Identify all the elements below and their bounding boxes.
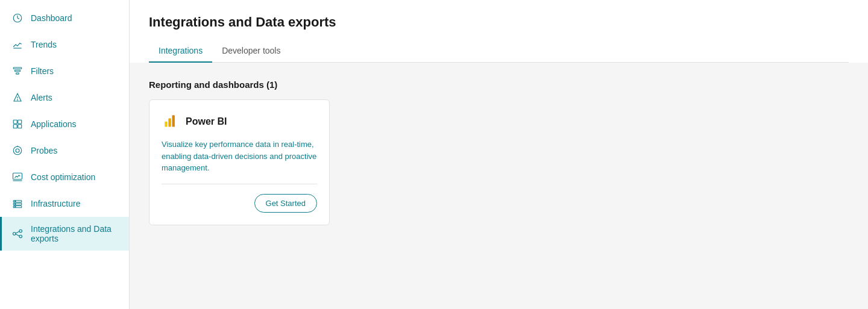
sidebar-item-label: Dashboard [31,13,72,23]
dashboard-icon [11,12,24,24]
alerts-icon [11,92,24,104]
svg-point-24 [19,235,22,238]
tab-integrations[interactable]: Integrations [149,40,212,63]
svg-point-11 [16,149,19,152]
sidebar-item-label: Integrations and Data exports [31,224,119,243]
svg-rect-9 [13,125,17,128]
filters-icon [11,65,24,77]
page-header: Integrations and Data exports Integratio… [130,0,868,63]
svg-rect-28 [168,119,171,127]
card-header: Power BI [162,112,317,131]
svg-rect-14 [13,173,22,179]
applications-icon [11,118,24,130]
svg-point-23 [19,229,22,233]
card-divider [162,184,317,184]
svg-point-21 [15,207,16,208]
sidebar-item-filters[interactable]: Filters [0,58,129,84]
sidebar-item-dashboard[interactable]: Dashboard [0,5,129,31]
section-title-reporting: Reporting and dashboards (1) [149,80,849,90]
get-started-button[interactable]: Get Started [254,194,317,213]
sidebar-item-trends[interactable]: Trends [0,31,129,58]
sidebar-item-label: Infrastructure [31,199,80,208]
card-action: Get Started [162,194,317,213]
svg-line-26 [16,234,19,236]
sidebar-item-label: Filters [31,66,54,76]
svg-rect-8 [18,120,22,123]
svg-rect-2 [13,67,22,69]
tabs-bar: Integrations Developer tools [149,40,849,63]
sidebar-item-probes[interactable]: Probes [0,137,129,164]
trends-icon [11,39,24,51]
tab-developer-tools[interactable]: Developer tools [212,40,290,63]
powerbi-icon [162,112,178,131]
sidebar-item-label: Probes [31,146,57,155]
content-area: Reporting and dashboards (1) Power BI Vi… [130,63,868,309]
sidebar-item-label: Cost optimization [31,172,95,182]
page-title: Integrations and Data exports [149,14,849,30]
svg-rect-27 [165,122,167,127]
main-content: Integrations and Data exports Integratio… [130,0,868,309]
sidebar-item-cost-optimization[interactable]: Cost optimization [0,164,129,190]
power-bi-card: Power BI Visualize key performance data … [149,99,330,225]
card-description: Visualize key performance data in real-t… [162,139,317,174]
svg-rect-7 [13,120,17,123]
svg-line-25 [16,231,19,233]
svg-point-12 [13,146,22,155]
svg-rect-10 [18,125,22,128]
svg-rect-4 [16,73,19,74]
sidebar-item-infrastructure[interactable]: Infrastructure [0,190,129,217]
svg-point-6 [17,99,18,100]
integrations-icon [11,228,24,240]
sidebar-item-integrations[interactable]: Integrations and Data exports [0,217,129,251]
sidebar: Dashboard Trends Filters Alerts Applicat… [0,0,130,309]
sidebar-item-label: Alerts [31,93,52,102]
card-title: Power BI [186,116,227,127]
svg-point-22 [13,233,16,236]
svg-point-19 [15,201,16,202]
infrastructure-icon [11,198,24,210]
sidebar-item-alerts[interactable]: Alerts [0,84,129,111]
sidebar-item-applications[interactable]: Applications [0,111,129,137]
svg-rect-29 [172,115,175,126]
probes-icon [11,145,24,157]
sidebar-item-label: Trends [31,40,57,49]
svg-point-20 [15,204,16,205]
cost-optimization-icon [11,171,24,183]
svg-rect-3 [15,70,20,72]
sidebar-item-label: Applications [31,119,77,129]
